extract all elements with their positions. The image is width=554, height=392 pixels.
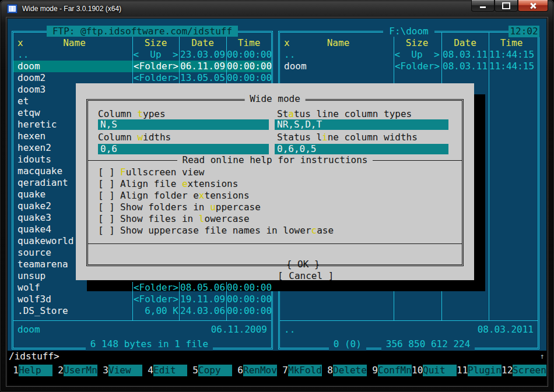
function-key[interactable]: 10 Quit [412, 365, 457, 376]
current-file-name: .. [284, 324, 295, 336]
file-name: idouts [17, 154, 51, 165]
column-separator-in-shadow [179, 282, 180, 292]
column-widths-input[interactable]: 0,6 [98, 144, 269, 154]
file-row[interactable]: wolf3d <Folder> 19.11.09 00:00:00 [13, 294, 271, 305]
file-row[interactable]: .. < Up > 08.03.11 11:44:15 [280, 49, 538, 61]
checkbox-box[interactable]: [ ] [98, 167, 120, 178]
function-key-label: View [108, 365, 142, 376]
file-row[interactable]: .DS_Store 6,00 K 24.03.06 00:00:00 [13, 305, 271, 317]
help-hint-separator: Read online help for instructions [88, 154, 462, 166]
function-key[interactable]: 5 Copy [187, 365, 232, 376]
left-panel-title-row: FTP: @ftp.idsoftware.com/idstuff [12, 26, 273, 37]
file-row[interactable]: doom <Folder> 08.03.11 11:44:15 [280, 61, 538, 72]
ok-button[interactable]: { OK } [286, 259, 320, 270]
function-key-number: 10 [412, 365, 423, 376]
checkbox-option[interactable]: [ ]Show files in lowercase [98, 213, 334, 225]
function-key-number: 6 [232, 365, 243, 376]
wide-mode-dialog: Wide mode Column types N,S Status line c… [76, 83, 474, 280]
file-size: 6,00 K [133, 305, 178, 317]
file-row[interactable]: .. < Up > 23.03.09 00:00:00 [13, 49, 271, 61]
checkbox-box[interactable]: [ ] [98, 202, 120, 213]
function-key-label: Copy [198, 365, 232, 376]
function-key[interactable]: 9 ConfMn [367, 365, 412, 376]
file-name: .. [17, 49, 29, 61]
function-key[interactable]: 8 Delete [322, 365, 367, 376]
checkbox-box[interactable]: [ ] [98, 190, 120, 202]
function-key-label: UserMn [64, 365, 97, 376]
function-key-label: Edit [153, 365, 187, 376]
file-name: doom [17, 61, 40, 72]
function-key[interactable]: 2 UserMn [52, 365, 97, 376]
column-types-label: Column types [98, 108, 166, 120]
checkbox-option[interactable]: [ ]Fullscreen view [98, 167, 334, 178]
column-header-name: Name [284, 37, 392, 49]
panels-area: x Name Size Date Time .. < Up > 23.03.09… [8, 19, 546, 351]
column-header-name: Name [17, 37, 131, 49]
function-key[interactable]: 12 Screen [502, 365, 546, 376]
maximize-icon [502, 2, 510, 9]
close-button[interactable] [518, 0, 548, 12]
checkbox-box[interactable]: [ ] [98, 213, 120, 225]
left-status-line: doom 06.11.2009 [13, 324, 271, 336]
function-key-label: Help [19, 365, 52, 376]
column-types-input[interactable]: N,S [98, 119, 269, 130]
checkbox-box[interactable]: [ ] [98, 225, 120, 236]
dialog-title: Wide mode [244, 93, 306, 105]
minimize-button[interactable] [471, 0, 495, 12]
function-key-label: Quit [423, 365, 457, 376]
file-name: heretic [17, 119, 57, 130]
file-name: doom [284, 61, 307, 72]
function-key[interactable]: 6 RenMov [232, 365, 277, 376]
function-key-number: 2 [52, 365, 64, 376]
help-hint-text: Read online help for instructions [177, 154, 373, 165]
checkbox-option[interactable]: [ ]Align folder extensions [98, 190, 334, 202]
right-file-list: .. < Up > 08.03.11 11:44:15 doom <Folder… [280, 49, 538, 72]
column-header-time: Time [489, 37, 534, 49]
title-bar[interactable]: Wide mode - Far 3.0.1902 (x64) [0, 0, 554, 17]
function-key-label: Screen [513, 365, 546, 376]
function-key-number: 5 [187, 365, 198, 376]
file-size: <Folder> [133, 72, 178, 84]
checkbox-group: [ ]Fullscreen view[ ]Align file extensio… [98, 167, 334, 236]
right-panel-totals: 0 (0) 356 850 612 224 [273, 338, 531, 350]
function-key[interactable]: 4 Edit [142, 365, 187, 376]
right-status-line: .. 08.03.2011 [280, 324, 538, 336]
checkbox-option[interactable]: [ ]Show uppercase file names in lowercas… [98, 225, 334, 236]
function-key[interactable]: 7 MkFold [277, 365, 322, 376]
file-name: qeradiant [17, 177, 68, 189]
status-column-widths-input[interactable]: 0,6,0,5 [275, 144, 448, 154]
file-date: 08.03.11 [443, 49, 488, 61]
right-panel-title: F:\doom [383, 26, 434, 37]
file-date: 08.05.06 [180, 282, 225, 294]
far-app-icon[interactable] [7, 4, 17, 13]
file-row[interactable]: doom <Folder> 06.11.09 00:00:00 [13, 61, 271, 72]
column-header-size: Size [394, 37, 440, 49]
file-name: quake4 [17, 224, 51, 235]
file-row[interactable]: doom2 <Folder> 13.05.05 00:00:00 [13, 72, 271, 84]
file-date: 13.05.05 [180, 72, 225, 84]
function-key[interactable]: 3 View [97, 365, 142, 376]
file-name: source [17, 247, 51, 259]
file-name: hexen [17, 130, 45, 142]
file-size: <Folder> [133, 294, 178, 305]
function-key[interactable]: 1 Help [8, 365, 52, 376]
status-column-types-input[interactable]: NR,S,D,T [275, 119, 448, 130]
column-widths-label: Column widths [98, 132, 171, 143]
file-time: 00:00:00 [227, 61, 272, 72]
file-row[interactable]: wolf <Folder> 08.05.06 00:00:00 [13, 282, 271, 294]
file-name: quake [17, 189, 45, 200]
checkbox-option[interactable]: [ ]Align file extensions [98, 178, 334, 190]
checkbox-box[interactable]: [ ] [98, 178, 120, 190]
cancel-button[interactable]: [ Cancel ] [278, 270, 334, 281]
file-time: 00:00:00 [227, 72, 272, 84]
function-key-label: ConfMn [378, 365, 412, 376]
function-key[interactable]: 11 Plugin [457, 365, 502, 376]
file-name: wolf3d [17, 294, 51, 305]
checkbox-option[interactable]: [ ]Show folders in uppercase [98, 202, 334, 213]
left-panel-headers: x Name Size Date Time [13, 37, 271, 49]
file-name: wolf [17, 282, 40, 294]
maximize-button[interactable] [495, 0, 518, 12]
command-line[interactable]: /idstuff> ↑ [8, 351, 546, 362]
status-separator [280, 320, 538, 321]
file-time: 11:44:15 [489, 61, 534, 72]
